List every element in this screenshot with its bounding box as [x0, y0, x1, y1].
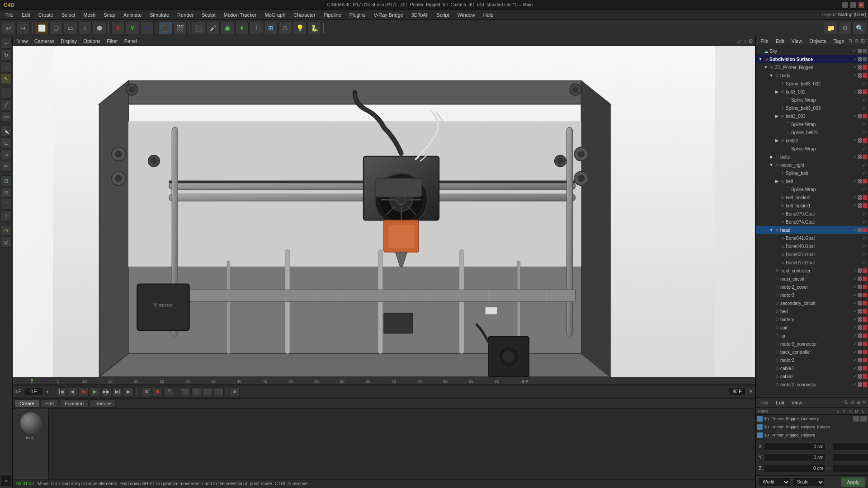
nurbs-tool[interactable]: ⌒ [1, 199, 12, 210]
obj-row-spline-wrap-4[interactable]: ⌒ Spline Wrap ✓ [756, 185, 868, 193]
expand-coil[interactable] [769, 324, 774, 331]
expand-bh1[interactable] [774, 202, 779, 209]
edge-mode[interactable]: ╱ [1, 99, 12, 110]
menu-character[interactable]: Character [290, 11, 319, 19]
menu-sculpt[interactable]: Sculpt [198, 11, 219, 19]
check-m3[interactable]: ✓ [852, 292, 858, 298]
obj-row-motor2-connector[interactable]: ⊙ motor2_connector ✓ [756, 380, 868, 389]
check-sb3002[interactable]: ✓ [862, 81, 867, 86]
expand-sb22[interactable] [779, 129, 785, 136]
minimize-button[interactable]: – [842, 2, 848, 8]
prev-frame-button[interactable]: ◀ [67, 387, 77, 396]
check-bn041[interactable]: ✓ [862, 235, 867, 241]
check-sb22[interactable]: ✓ [862, 130, 867, 135]
panel-tab-objects[interactable]: Objects [807, 38, 829, 45]
expand-subdiv[interactable]: ▼ [758, 56, 763, 62]
expand-bat[interactable] [769, 316, 774, 323]
paint-button[interactable]: ◉ [221, 22, 234, 34]
tab-texture[interactable]: Texture [90, 399, 116, 408]
expand-m3[interactable] [769, 292, 774, 298]
play-forward-button[interactable]: ▶ [90, 387, 100, 396]
expand-belt22[interactable]: ▶ [774, 137, 779, 144]
expand-sb3002[interactable] [774, 80, 779, 87]
select-tool[interactable]: ↖ [1, 73, 12, 84]
obj-row-fan[interactable]: ⊙ fan ✓ [756, 332, 868, 340]
ik-button[interactable]: ⬛ [203, 387, 212, 396]
obj-row-sky[interactable]: ☁ Sky ✓ [756, 47, 868, 55]
obj-row-motor2[interactable]: ⊙ motor2 ✓ [756, 356, 868, 364]
check-m2[interactable]: ✓ [852, 357, 858, 363]
menu-file[interactable]: File [2, 11, 17, 19]
select-all-button[interactable]: ⬜ [35, 22, 48, 34]
expand-m2c[interactable] [769, 284, 774, 290]
obj-row-head[interactable]: ▼ ⊕ head ✓ [756, 226, 868, 234]
obj-row-printer[interactable]: ▼ ⊙ 3D_Printer_Rigged ✓ [756, 63, 868, 71]
obj-row-bone041[interactable]: ⌾ Bone041.Goal ✓ [756, 234, 868, 242]
window-controls[interactable]: – □ ✕ [842, 2, 864, 8]
menu-window[interactable]: Window [454, 11, 479, 19]
expand-bn074[interactable] [774, 219, 779, 225]
check-sc[interactable]: ✓ [852, 300, 858, 306]
coord-y-scale[interactable] [833, 453, 868, 461]
render-controls-2[interactable]: ⏹ [153, 387, 163, 396]
vp-menu-options[interactable]: Options [80, 38, 103, 45]
rotate-tool[interactable]: ↻ [1, 50, 12, 61]
search-icon[interactable]: 🔍 [853, 22, 866, 34]
apply-button[interactable]: Apply [841, 477, 865, 487]
check-c3[interactable]: ✓ [852, 366, 858, 371]
expand-bolts[interactable]: ▶ [769, 154, 774, 160]
mat-row-geometry[interactable]: 3D_Printer_Rigged_Geometry [756, 415, 868, 423]
check-bh1[interactable]: ✓ [852, 203, 858, 208]
obj-row-cable3[interactable]: ⊙ cable3 ✓ [756, 364, 868, 372]
check-c2[interactable]: ✓ [852, 374, 858, 379]
goto-start-button[interactable]: |◀ [56, 387, 66, 396]
check-fc[interactable]: ✓ [852, 268, 858, 273]
check-bolts[interactable]: ✓ [852, 154, 858, 160]
obj-row-battery[interactable]: ⊙ battery ✓ [756, 315, 868, 324]
render-controls-1[interactable]: ⚙ [142, 387, 151, 396]
expand-bh2[interactable] [774, 194, 779, 201]
obj-row-spline-belt[interactable]: ⌇ Spline_belt ✓ [756, 169, 868, 177]
scale-dropdown[interactable]: Scale Size [793, 478, 825, 487]
animate-mode-button[interactable]: 🎬 [173, 22, 187, 34]
boole-tool[interactable]: ⊟ [1, 187, 12, 198]
check-bed[interactable]: ✓ [852, 309, 858, 314]
panel-tab-view[interactable]: View [789, 38, 805, 45]
expand-bed[interactable] [769, 308, 774, 314]
expand-fan[interactable] [769, 333, 774, 339]
expand-printer[interactable]: ▼ [763, 64, 769, 70]
expand-bn079[interactable] [774, 211, 779, 217]
vp-menu-display[interactable]: Display [58, 38, 80, 45]
scale-tool[interactable]: ⊹ [1, 61, 12, 72]
path-button[interactable]: ⌇ [250, 22, 263, 34]
timeline-view-button[interactable]: ≡ [230, 387, 240, 396]
python-button[interactable]: 🐍 [307, 22, 321, 34]
maximize-button[interactable]: □ [850, 2, 856, 8]
obj-row-motor2-cover[interactable]: ⊙ motor2_cover ✓ [756, 283, 868, 291]
brush-button[interactable]: 🖌 [206, 22, 220, 34]
obj-row-mover-right[interactable]: ▼ ⊕ mover_right ✓ [756, 161, 868, 169]
obj-row-belt3-003[interactable]: ▶ ⊙ belt3_003 ✓ [756, 112, 868, 120]
settings-icon[interactable]: ⚙ [838, 22, 852, 34]
timeline-ruler[interactable]: ▼ 0 5 10 15 20 25 30 35 40 45 50 55 60 6… [13, 377, 755, 385]
check-printer-1[interactable]: ✓ [852, 65, 858, 70]
material-thumbnail[interactable] [20, 412, 42, 434]
obj-row-motor3[interactable]: ⊙ motor3 ✓ [756, 291, 868, 299]
check-mc[interactable]: ✓ [852, 276, 858, 282]
obj-row-bolts[interactable]: ▶ ⊙ bolts ✓ [756, 153, 868, 161]
play-all-button[interactable]: ▶▶ [101, 387, 111, 396]
menu-3dtoall[interactable]: 3DToAll [408, 11, 432, 19]
obj-row-spline-wrap-3[interactable]: ⌒ Spline Wrap ✓ [756, 145, 868, 153]
soft-select[interactable]: ◎ [1, 237, 12, 248]
mat-tab-view[interactable]: View [789, 399, 805, 406]
obj-row-bone017[interactable]: ⌾ Bone017.Goal ✓ [756, 258, 868, 267]
check-bn074[interactable]: ✓ [862, 219, 867, 225]
expand-head[interactable]: ▼ [769, 227, 774, 233]
menu-snap[interactable]: Snap [100, 11, 119, 19]
obj-row-belt3-002[interactable]: ▶ ⊙ belt3_002 ✓ [756, 88, 868, 96]
poly-select-button[interactable]: ⬢ [93, 22, 106, 34]
obj-row-motor3-conn[interactable]: ⊙ motor3_connector ✓ [756, 340, 868, 348]
obj-row-spline-belt22[interactable]: ⌇ Spline_belt22 ✓ [756, 128, 868, 136]
check-fan[interactable]: ✓ [852, 333, 858, 338]
menu-pipeline[interactable]: Pipeline [320, 11, 345, 19]
